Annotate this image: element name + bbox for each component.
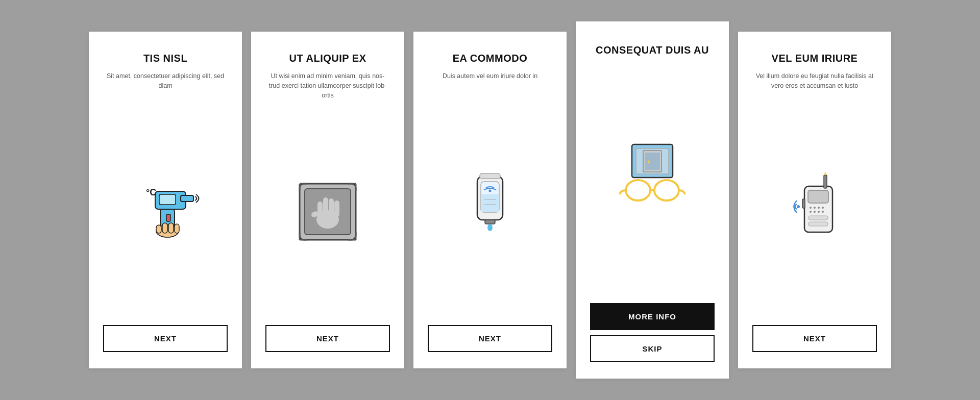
thermometer-gun-icon: °C <box>130 171 201 242</box>
svg-point-55 <box>814 211 816 213</box>
card-3-actions: NEXT <box>428 325 552 352</box>
card-4-more-info-button[interactable]: MORE INFO <box>590 303 715 330</box>
svg-rect-30 <box>481 210 499 212</box>
glasses-frame-icon <box>617 139 688 211</box>
svg-point-56 <box>818 211 820 213</box>
svg-point-50 <box>810 207 812 209</box>
svg-point-60 <box>797 205 800 208</box>
card-2: UT ALIQUIP EX Ut wisi enim ad minim veni… <box>251 32 404 368</box>
hand-scanner-icon <box>292 176 363 247</box>
card-1: TIS NISL Sit amet, consectetuer adipisci… <box>89 32 242 368</box>
svg-rect-8 <box>162 223 167 233</box>
svg-text:°C: °C <box>146 187 156 197</box>
svg-point-34 <box>487 224 493 231</box>
svg-marker-48 <box>824 172 827 175</box>
svg-rect-36 <box>480 173 500 179</box>
card-5: VEL EUM IRIURE Vel illum dolore eu feugi… <box>738 32 891 368</box>
card-5-title: VEL EUM IRIURE <box>772 52 858 64</box>
svg-rect-61 <box>802 199 805 208</box>
svg-rect-33 <box>485 220 495 224</box>
svg-rect-3 <box>166 214 170 221</box>
card-2-next-button[interactable]: NEXT <box>265 325 390 352</box>
soap-dispenser-icon <box>454 166 526 238</box>
card-3-title: EA COMMODO <box>453 52 527 64</box>
svg-rect-59 <box>808 222 828 226</box>
card-1-title: TIS NISL <box>143 52 187 64</box>
card-4-skip-button[interactable]: SKIP <box>590 335 715 362</box>
card-5-desc: Vel illum dolore eu feugiat nulla facili… <box>752 71 877 91</box>
svg-point-41 <box>648 161 650 163</box>
svg-rect-17 <box>334 201 339 217</box>
card-2-icon <box>292 114 363 309</box>
card-5-next-button[interactable]: NEXT <box>752 325 877 352</box>
card-1-actions: NEXT <box>103 325 228 352</box>
card-4: CONSEQUAT DUIS AU <box>576 21 729 379</box>
svg-point-43 <box>654 180 679 201</box>
svg-rect-4 <box>159 194 176 205</box>
svg-point-52 <box>818 207 820 209</box>
card-4-title: CONSEQUAT DUIS AU <box>596 44 709 56</box>
card-3: EA COMMODO Duis autem vel eum iriure dol… <box>413 32 567 368</box>
card-3-icon <box>454 95 526 309</box>
svg-rect-7 <box>156 225 161 233</box>
svg-rect-40 <box>645 153 660 170</box>
cards-container: TIS NISL Sit amet, consectetuer adipisci… <box>58 1 922 399</box>
svg-rect-29 <box>481 194 499 212</box>
card-5-icon <box>779 105 850 309</box>
svg-rect-49 <box>808 190 828 203</box>
card-2-actions: NEXT <box>265 325 390 352</box>
card-2-title: UT ALIQUIP EX <box>289 52 366 64</box>
svg-point-35 <box>489 189 492 192</box>
card-4-actions: MORE INFO SKIP <box>590 303 715 362</box>
walkie-talkie-icon <box>779 171 850 242</box>
card-4-icon <box>617 63 688 287</box>
svg-rect-16 <box>329 198 334 217</box>
card-3-next-button[interactable]: NEXT <box>428 325 552 352</box>
svg-point-57 <box>822 211 824 213</box>
svg-rect-58 <box>808 216 828 220</box>
svg-rect-15 <box>323 197 328 217</box>
svg-point-42 <box>626 180 650 201</box>
card-1-icon: °C <box>130 105 201 309</box>
svg-rect-9 <box>168 223 174 233</box>
card-3-desc: Duis autem vel eum iriure dolor in <box>443 71 537 81</box>
svg-point-54 <box>810 211 812 213</box>
card-1-next-button[interactable]: NEXT <box>103 325 228 352</box>
svg-rect-10 <box>175 224 179 233</box>
svg-rect-47 <box>824 175 827 188</box>
svg-point-51 <box>814 207 816 209</box>
card-1-desc: Sit amet, consectetuer adipiscing elit, … <box>103 71 228 91</box>
svg-point-53 <box>822 207 824 209</box>
svg-rect-1 <box>181 195 193 202</box>
card-2-desc: Ut wisi enim ad minim veniam, quis nos- … <box>265 71 390 100</box>
card-5-actions: NEXT <box>752 325 877 352</box>
